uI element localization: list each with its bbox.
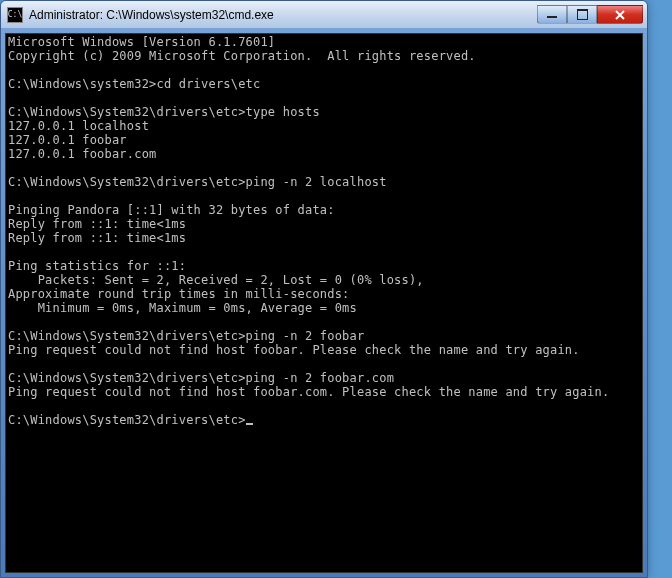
cmd-window: C:\ Administrator: C:\Windows\system32\c… [0, 0, 648, 578]
close-button[interactable] [597, 5, 643, 24]
cmd-icon: C:\ [7, 7, 23, 23]
titlebar[interactable]: C:\ Administrator: C:\Windows\system32\c… [1, 1, 647, 29]
console-viewport[interactable]: Microsoft Windows [Version 6.1.7601] Cop… [5, 33, 643, 573]
maximize-button[interactable] [567, 5, 597, 24]
window-controls [537, 5, 643, 24]
window-title: Administrator: C:\Windows\system32\cmd.e… [29, 8, 537, 22]
console-output: Microsoft Windows [Version 6.1.7601] Cop… [6, 34, 642, 428]
close-icon [614, 9, 626, 21]
minimize-button[interactable] [537, 5, 567, 24]
cursor [246, 423, 253, 425]
